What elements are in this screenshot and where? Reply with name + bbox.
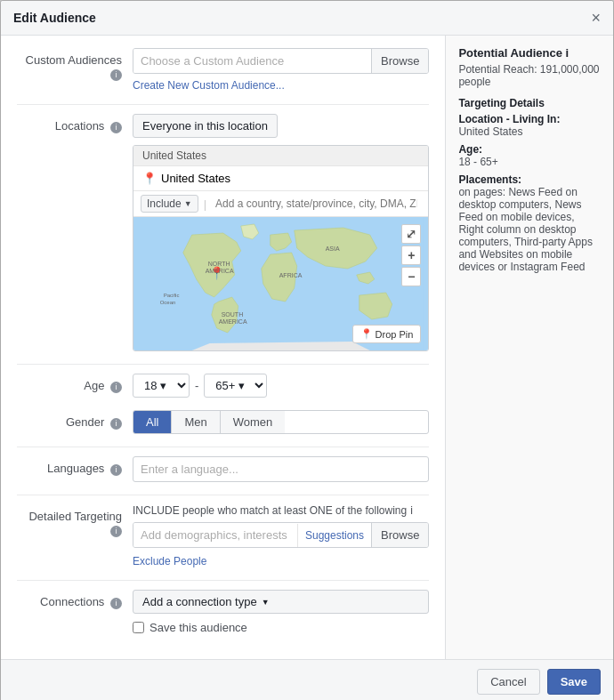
detailed-targeting-input-row: Suggestions Browse (133, 522, 429, 548)
languages-row: Languages i (17, 456, 429, 482)
pipe-separator: | (204, 197, 206, 211)
close-button[interactable]: × (591, 10, 601, 26)
connection-type-dropdown[interactable]: Add a connection type ▼ (133, 590, 429, 614)
potential-audience-info-icon: i (566, 46, 570, 60)
location-type-dropdown[interactable]: Everyone in this location (133, 114, 278, 138)
include-dropdown[interactable]: Include ▼ (141, 195, 198, 213)
svg-text:SOUTH: SOUTH (222, 311, 244, 318)
side-panel: Potential Audience i Potential Reach: 19… (446, 36, 613, 659)
custom-audiences-input[interactable] (133, 49, 371, 73)
svg-text:ASIA: ASIA (326, 245, 340, 252)
age-separator: - (195, 379, 198, 392)
save-audience-row: Save this audience (133, 621, 429, 634)
age-content: 18 ▾ - 65+ ▾ (133, 374, 429, 398)
us-label: United States (133, 146, 428, 166)
create-custom-audience-link[interactable]: Create New Custom Audience... (133, 79, 429, 92)
potential-audience-title: Potential Audience i (458, 46, 601, 60)
gender-info-icon: i (110, 418, 122, 430)
gender-row: Gender i All Men Women (17, 410, 429, 434)
languages-content (133, 456, 429, 482)
custom-audiences-input-row: Browse (133, 48, 429, 74)
detailed-targeting-description-row: INCLUDE people who match at least ONE of… (133, 504, 429, 517)
detailed-targeting-content: INCLUDE people who match at least ONE of… (133, 504, 429, 567)
detailed-targeting-browse-button[interactable]: Browse (371, 523, 428, 547)
gender-men-button[interactable]: Men (172, 411, 220, 433)
gender-label: Gender i (17, 410, 133, 430)
connections-content: Add a connection type ▼ Save this audien… (133, 590, 429, 634)
location-box: United States 📍 United States Include ▼ … (133, 145, 429, 351)
divider-4 (17, 495, 429, 495)
map-expand-button[interactable]: ⤢ (401, 224, 421, 244)
locations-content: Everyone in this location United States … (133, 114, 429, 351)
detailed-targeting-label: Detailed Targeting i (17, 504, 133, 537)
custom-audiences-content: Browse Create New Custom Audience... (133, 48, 429, 92)
include-label: Include (147, 197, 182, 210)
drop-pin-button[interactable]: 📍 Drop Pin (352, 325, 422, 343)
custom-audiences-info-icon: i (110, 69, 122, 81)
suggestions-link[interactable]: Suggestions (297, 524, 371, 547)
exclude-people-link[interactable]: Exclude People (133, 555, 429, 567)
languages-input[interactable] (133, 456, 429, 482)
cancel-button[interactable]: Cancel (477, 669, 539, 695)
location-targeting-value: United States (458, 125, 601, 138)
age-row: Age i 18 ▾ - 65+ ▾ (17, 374, 429, 398)
locations-info-icon: i (110, 122, 122, 133)
age-max-dropdown[interactable]: 65+ ▾ (204, 374, 267, 398)
modal-footer: Cancel Save (1, 659, 613, 700)
location-search-input[interactable] (212, 196, 421, 212)
custom-audiences-browse-button[interactable]: Browse (371, 49, 428, 73)
languages-info-icon: i (110, 464, 122, 476)
edit-audience-modal: Edit Audience × Custom Audiences i Brows… (0, 0, 614, 700)
gender-button-group: All Men Women (133, 410, 429, 434)
divider-5 (17, 580, 429, 581)
detailed-targeting-info-icon: i (110, 526, 122, 537)
divider-2 (17, 364, 429, 365)
gender-women-button[interactable]: Women (221, 411, 286, 433)
locations-label: Locations i (17, 114, 133, 133)
drop-pin-icon: 📍 (360, 328, 373, 340)
include-arrow-icon: ▼ (184, 199, 192, 208)
svg-text:AFRICA: AFRICA (279, 272, 303, 278)
location-pin-icon: 📍 (142, 172, 157, 185)
map-zoom-in-button[interactable]: + (401, 245, 421, 265)
save-audience-checkbox[interactable] (133, 622, 144, 633)
detailed-targeting-description-info-icon: i (410, 504, 413, 517)
location-include-row: Include ▼ | (133, 191, 428, 217)
drop-pin-label: Drop Pin (376, 329, 414, 340)
placements-targeting-value: on pages: News Feed on desktop computers… (458, 186, 601, 273)
placements-targeting-section: Placements: on pages: News Feed on deskt… (458, 173, 601, 273)
save-button[interactable]: Save (547, 669, 601, 695)
divider-1 (17, 104, 429, 105)
map-controls: ⤢ + − (401, 224, 421, 286)
custom-audiences-label: Custom Audiences i (17, 48, 133, 81)
connections-row: Connections i Add a connection type ▼ Sa… (17, 590, 429, 634)
map-container: 📍 NORTH AMERICA ASIA AFRICA SOUTH AMERIC… (133, 217, 428, 350)
svg-text:Pacific: Pacific (164, 293, 180, 298)
age-min-dropdown[interactable]: 18 ▾ (133, 374, 190, 398)
connections-label: Connections i (17, 590, 133, 609)
targeting-details-section: Targeting Details Location - Living In: … (458, 97, 601, 138)
age-targeting-value: 18 - 65+ (458, 156, 601, 168)
languages-label: Languages i (17, 456, 133, 476)
detailed-targeting-row: Detailed Targeting i INCLUDE people who … (17, 504, 429, 567)
location-targeting-label: Location - Living In: (458, 113, 601, 125)
gender-all-button[interactable]: All (133, 411, 172, 433)
placements-targeting-label: Placements: (458, 173, 601, 186)
save-audience-label[interactable]: Save this audience (149, 621, 247, 634)
connection-dropdown-arrow-icon: ▼ (262, 598, 270, 607)
modal-title: Edit Audience (13, 11, 96, 25)
connections-info-icon: i (110, 598, 122, 609)
divider-3 (17, 447, 429, 447)
modal-body: Custom Audiences i Browse Create New Cus… (1, 36, 613, 659)
modal-header: Edit Audience × (1, 1, 613, 36)
potential-reach: Potential Reach: 191,000,000 people (458, 63, 601, 88)
age-info-icon: i (110, 382, 122, 393)
svg-text:AMERICA: AMERICA (219, 318, 247, 325)
locations-row: Locations i Everyone in this location Un… (17, 114, 429, 351)
age-inputs: 18 ▾ - 65+ ▾ (133, 374, 429, 398)
svg-text:AMERICA: AMERICA (206, 268, 234, 274)
svg-text:Ocean: Ocean (160, 300, 176, 305)
detailed-targeting-input[interactable] (133, 523, 297, 547)
targeting-details-title: Targeting Details (458, 97, 601, 109)
map-zoom-out-button[interactable]: − (401, 267, 421, 286)
